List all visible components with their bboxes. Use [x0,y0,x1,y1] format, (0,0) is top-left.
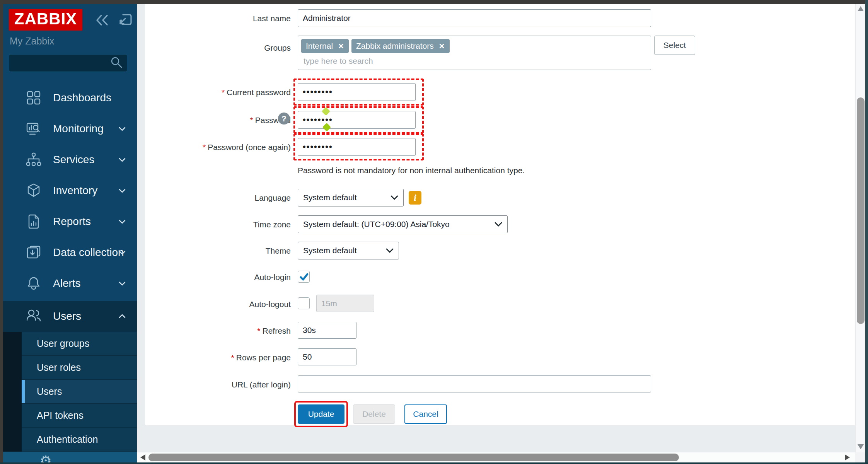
auto-logout-label: Auto-logout [145,295,291,309]
theme-label: Theme [145,242,291,256]
auto-logout-row: Auto-logout [145,295,855,312]
current-password-row: *Current password [145,78,855,106]
rows-per-page-input[interactable] [298,348,356,365]
sidebar-footer: ⚙ [3,452,137,462]
submenu-label: Users [37,386,62,397]
sidebar-menu: Dashboards Monitoring [3,82,137,299]
required-asterisk: * [250,116,253,125]
theme-row: Theme System default [145,242,855,259]
vertical-scrollbar[interactable] [855,4,865,452]
alerts-icon [25,275,42,292]
theme-select[interactable]: System default [298,242,399,259]
chevron-down-icon [494,222,503,227]
sidebar-item-user-groups[interactable]: User groups [22,332,137,356]
auto-logout-checkbox[interactable] [298,297,310,309]
chevron-down-icon [118,125,127,134]
url-input[interactable] [298,375,651,392]
sidebar-item-monitoring[interactable]: Monitoring [3,113,137,144]
chevron-down-icon [118,187,127,196]
language-select[interactable]: System default [298,189,404,206]
annotation-dashed-box [293,133,424,160]
workspace-label[interactable]: My Zabbix [10,36,54,47]
password-input[interactable] [298,111,416,129]
password-row: *Password ? [145,106,855,133]
auto-login-checkbox[interactable] [298,271,310,283]
sidebar-search-input[interactable] [9,54,127,72]
inventory-icon [25,182,42,199]
refresh-row: *Refresh [145,322,855,339]
submenu-label: Authentication [37,434,98,445]
annotation-dashed-box [293,106,424,133]
refresh-input[interactable] [298,322,356,339]
sidebar-item-label: Users [53,310,81,322]
group-chip: Internal ✕ [301,39,349,53]
timezone-select[interactable]: System default: (UTC+09:00) Asia/Tokyo [298,215,508,233]
sidebar-item-data-collection[interactable]: Data collection [3,237,137,268]
url-row: URL (after login) [145,375,855,392]
groups-select-button[interactable]: Select [654,36,695,55]
theme-value: System default [303,246,357,255]
zabbix-logo[interactable]: ZABBIX [9,9,82,31]
submenu-label: API tokens [37,410,84,421]
password-again-input[interactable] [298,138,416,156]
sidebar-item-user-roles[interactable]: User roles [22,356,137,380]
check-icon [298,271,310,283]
sidebar-collapse-icon[interactable] [94,13,111,29]
current-password-label: Current password [227,88,291,97]
sidebar-item-inventory[interactable]: Inventory [3,175,137,206]
horizontal-scrollbar-thumb[interactable] [148,454,679,461]
scroll-left-arrow[interactable] [140,454,145,461]
groups-label: Groups [145,36,291,53]
current-password-input[interactable] [298,83,416,101]
scroll-down-arrow[interactable] [858,444,864,449]
password-again-row: *Password (once again) [145,133,855,160]
remove-chip-icon[interactable]: ✕ [338,42,344,51]
sidebar-item-services[interactable]: Services [3,144,137,175]
cancel-button[interactable]: Cancel [404,404,447,424]
horizontal-scrollbar[interactable] [137,452,855,462]
window-frame-left [0,0,3,464]
group-chip-label: Internal [306,41,333,51]
groups-multiselect[interactable]: Internal ✕ Zabbix administrators ✕ type … [298,36,651,70]
help-icon[interactable]: ? [278,113,290,125]
sidebar-item-reports[interactable]: Reports [3,206,137,237]
group-chip-label: Zabbix administrators [356,41,434,51]
last-name-input[interactable] [298,9,651,27]
scroll-up-arrow[interactable] [858,6,864,11]
monitoring-icon [25,120,42,137]
password-note-row: Password is not mandatory for non intern… [145,166,855,175]
sidebar-hide-icon[interactable] [118,13,133,29]
window-frame-bottom [0,462,868,464]
sidebar-item-label: Dashboards [53,92,111,104]
required-asterisk: * [257,326,260,335]
sidebar: ZABBIX My Zabbix [3,4,137,462]
annotation-solid-box: Update [294,401,348,427]
user-settings-gear-icon[interactable]: ⚙ [40,453,51,462]
language-value: System default [303,193,357,202]
form-buttons-row: Update Delete Cancel [145,401,855,427]
sidebar-item-users[interactable]: Users [3,301,137,332]
password-again-label: Password (once again) [208,143,291,152]
sidebar-item-alerts[interactable]: Alerts [3,268,137,299]
data-collection-icon [25,244,42,261]
dashboards-icon [25,89,42,106]
groups-search-placeholder[interactable]: type here to search [304,56,648,66]
scroll-right-arrow[interactable] [845,454,850,461]
search-icon [110,56,123,70]
update-button[interactable]: Update [298,404,344,424]
auto-logout-period-input [316,295,374,312]
sidebar-item-authentication[interactable]: Authentication [22,428,137,452]
sidebar-item-dashboards[interactable]: Dashboards [3,82,137,113]
info-icon[interactable]: i [409,191,421,205]
last-name-label: Last name [145,9,291,24]
language-row: Language System default i [145,189,855,206]
auto-login-label: Auto-login [145,271,291,282]
sidebar-item-label: Alerts [53,277,81,290]
vertical-scrollbar-thumb[interactable] [857,97,865,324]
reports-icon [25,213,42,230]
sidebar-item-api-tokens[interactable]: API tokens [22,404,137,428]
annotation-dashed-box [293,78,424,106]
remove-chip-icon[interactable]: ✕ [439,42,445,51]
auto-login-row: Auto-login [145,271,855,283]
sidebar-item-users-page[interactable]: Users [22,380,137,404]
